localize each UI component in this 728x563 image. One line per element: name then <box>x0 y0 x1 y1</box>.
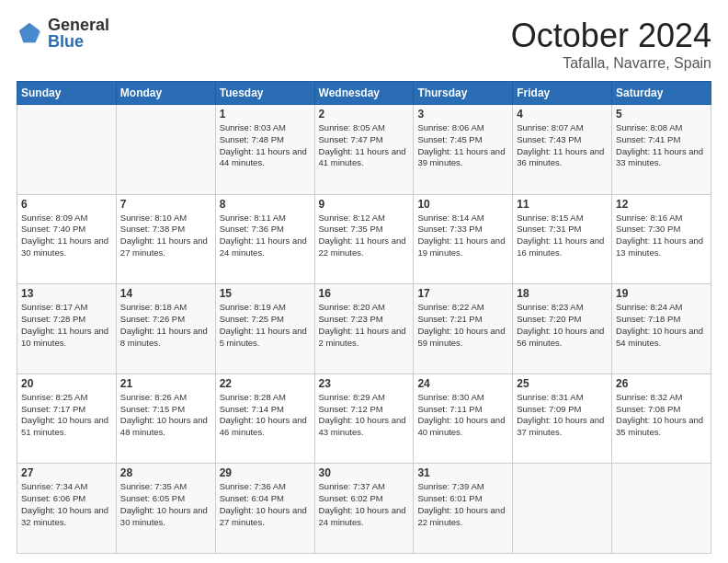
cell-info: Sunrise: 8:20 AM Sunset: 7:23 PM Dayligh… <box>319 302 410 349</box>
calendar-cell: 28Sunrise: 7:35 AM Sunset: 6:05 PM Dayli… <box>116 464 215 554</box>
cell-info: Sunrise: 8:29 AM Sunset: 7:12 PM Dayligh… <box>319 392 410 439</box>
cell-info: Sunrise: 8:31 AM Sunset: 7:09 PM Dayligh… <box>517 392 608 439</box>
calendar-cell: 18Sunrise: 8:23 AM Sunset: 7:20 PM Dayli… <box>513 284 612 374</box>
cell-info: Sunrise: 8:22 AM Sunset: 7:21 PM Dayligh… <box>417 302 508 349</box>
calendar-cell <box>612 464 711 554</box>
day-number: 5 <box>616 108 707 121</box>
col-sunday: Sunday <box>17 82 117 105</box>
calendar-week-5: 27Sunrise: 7:34 AM Sunset: 6:06 PM Dayli… <box>17 464 711 554</box>
cell-info: Sunrise: 8:10 AM Sunset: 7:38 PM Dayligh… <box>120 213 211 259</box>
calendar-cell: 31Sunrise: 7:39 AM Sunset: 6:01 PM Dayli… <box>414 464 513 554</box>
calendar-week-1: 1Sunrise: 8:03 AM Sunset: 7:48 PM Daylig… <box>17 105 711 195</box>
calendar-header-row: Sunday Monday Tuesday Wednesday Thursday… <box>17 82 711 105</box>
calendar-cell: 10Sunrise: 8:14 AM Sunset: 7:33 PM Dayli… <box>414 194 513 284</box>
cell-info: Sunrise: 8:06 AM Sunset: 7:45 PM Dayligh… <box>417 122 508 169</box>
calendar-cell: 8Sunrise: 8:11 AM Sunset: 7:36 PM Daylig… <box>215 194 314 284</box>
cell-info: Sunrise: 8:11 AM Sunset: 7:36 PM Dayligh… <box>220 213 311 259</box>
cell-info: Sunrise: 8:07 AM Sunset: 7:43 PM Dayligh… <box>517 122 608 169</box>
cell-info: Sunrise: 8:19 AM Sunset: 7:25 PM Dayligh… <box>220 302 311 349</box>
cell-info: Sunrise: 8:14 AM Sunset: 7:33 PM Dayligh… <box>417 213 508 259</box>
cell-info: Sunrise: 7:34 AM Sunset: 6:06 PM Dayligh… <box>21 481 112 528</box>
calendar-cell: 9Sunrise: 8:12 AM Sunset: 7:35 PM Daylig… <box>314 194 414 284</box>
calendar-cell <box>513 464 612 554</box>
cell-info: Sunrise: 8:17 AM Sunset: 7:28 PM Dayligh… <box>21 302 112 349</box>
cell-info: Sunrise: 8:16 AM Sunset: 7:30 PM Dayligh… <box>616 213 707 259</box>
logo-text: General Blue <box>48 17 109 50</box>
cell-info: Sunrise: 8:23 AM Sunset: 7:20 PM Dayligh… <box>517 302 608 349</box>
cell-info: Sunrise: 8:30 AM Sunset: 7:11 PM Dayligh… <box>417 392 508 439</box>
cell-info: Sunrise: 7:36 AM Sunset: 6:04 PM Dayligh… <box>220 481 311 528</box>
col-wednesday: Wednesday <box>314 82 414 105</box>
calendar-cell: 2Sunrise: 8:05 AM Sunset: 7:47 PM Daylig… <box>314 105 414 195</box>
calendar-cell: 29Sunrise: 7:36 AM Sunset: 6:04 PM Dayli… <box>215 464 314 554</box>
day-number: 21 <box>120 377 211 390</box>
day-number: 4 <box>517 108 608 121</box>
calendar-week-2: 6Sunrise: 8:09 AM Sunset: 7:40 PM Daylig… <box>17 194 711 284</box>
day-number: 3 <box>417 108 508 121</box>
cell-info: Sunrise: 7:39 AM Sunset: 6:01 PM Dayligh… <box>417 481 508 528</box>
cell-info: Sunrise: 8:05 AM Sunset: 7:47 PM Dayligh… <box>319 122 410 169</box>
day-number: 12 <box>616 198 707 211</box>
col-tuesday: Tuesday <box>215 82 314 105</box>
calendar-cell: 12Sunrise: 8:16 AM Sunset: 7:30 PM Dayli… <box>612 194 711 284</box>
cell-info: Sunrise: 8:09 AM Sunset: 7:40 PM Dayligh… <box>21 213 112 259</box>
day-number: 23 <box>319 377 410 390</box>
day-number: 25 <box>517 377 608 390</box>
calendar-cell: 7Sunrise: 8:10 AM Sunset: 7:38 PM Daylig… <box>116 194 215 284</box>
day-number: 26 <box>616 377 707 390</box>
day-number: 30 <box>319 466 410 479</box>
day-number: 16 <box>319 287 410 300</box>
day-number: 8 <box>220 198 311 211</box>
day-number: 19 <box>616 287 707 300</box>
calendar-cell: 22Sunrise: 8:28 AM Sunset: 7:14 PM Dayli… <box>215 373 314 464</box>
page: General Blue October 2024 Tafalla, Navar… <box>0 0 728 563</box>
cell-info: Sunrise: 8:26 AM Sunset: 7:15 PM Dayligh… <box>120 392 211 439</box>
calendar-cell: 1Sunrise: 8:03 AM Sunset: 7:48 PM Daylig… <box>215 105 314 195</box>
cell-info: Sunrise: 8:12 AM Sunset: 7:35 PM Dayligh… <box>319 213 410 259</box>
day-number: 13 <box>21 287 112 300</box>
col-thursday: Thursday <box>414 82 513 105</box>
calendar-cell: 19Sunrise: 8:24 AM Sunset: 7:18 PM Dayli… <box>612 284 711 374</box>
calendar-cell: 13Sunrise: 8:17 AM Sunset: 7:28 PM Dayli… <box>17 284 117 374</box>
calendar-cell: 25Sunrise: 8:31 AM Sunset: 7:09 PM Dayli… <box>513 373 612 464</box>
day-number: 2 <box>319 108 410 121</box>
calendar-cell: 3Sunrise: 8:06 AM Sunset: 7:45 PM Daylig… <box>414 105 513 195</box>
day-number: 22 <box>220 377 311 390</box>
title-area: October 2024 Tafalla, Navarre, Spain <box>511 17 711 72</box>
header: General Blue October 2024 Tafalla, Navar… <box>17 17 711 72</box>
calendar-cell <box>116 105 215 195</box>
cell-info: Sunrise: 8:25 AM Sunset: 7:17 PM Dayligh… <box>21 392 112 439</box>
svg-marker-1 <box>20 25 40 43</box>
day-number: 9 <box>319 198 410 211</box>
col-monday: Monday <box>116 82 215 105</box>
cell-info: Sunrise: 8:24 AM Sunset: 7:18 PM Dayligh… <box>616 302 707 349</box>
day-number: 6 <box>21 198 112 211</box>
calendar-cell: 6Sunrise: 8:09 AM Sunset: 7:40 PM Daylig… <box>17 194 117 284</box>
cell-info: Sunrise: 8:32 AM Sunset: 7:08 PM Dayligh… <box>616 392 707 439</box>
day-number: 7 <box>120 198 211 211</box>
calendar-cell: 30Sunrise: 7:37 AM Sunset: 6:02 PM Dayli… <box>314 464 414 554</box>
day-number: 1 <box>220 108 311 121</box>
day-number: 29 <box>220 466 311 479</box>
calendar-cell: 21Sunrise: 8:26 AM Sunset: 7:15 PM Dayli… <box>116 373 215 464</box>
calendar-week-4: 20Sunrise: 8:25 AM Sunset: 7:17 PM Dayli… <box>17 373 711 464</box>
day-number: 28 <box>120 466 211 479</box>
day-number: 20 <box>21 377 112 390</box>
calendar-cell: 14Sunrise: 8:18 AM Sunset: 7:26 PM Dayli… <box>116 284 215 374</box>
col-friday: Friday <box>513 82 612 105</box>
logo-blue-text: Blue <box>48 33 109 50</box>
calendar-cell: 4Sunrise: 8:07 AM Sunset: 7:43 PM Daylig… <box>513 105 612 195</box>
cell-info: Sunrise: 8:03 AM Sunset: 7:48 PM Dayligh… <box>220 122 311 169</box>
calendar-cell: 11Sunrise: 8:15 AM Sunset: 7:31 PM Dayli… <box>513 194 612 284</box>
col-saturday: Saturday <box>612 82 711 105</box>
calendar-week-3: 13Sunrise: 8:17 AM Sunset: 7:28 PM Dayli… <box>17 284 711 374</box>
calendar-cell: 26Sunrise: 8:32 AM Sunset: 7:08 PM Dayli… <box>612 373 711 464</box>
calendar-cell: 5Sunrise: 8:08 AM Sunset: 7:41 PM Daylig… <box>612 105 711 195</box>
cell-info: Sunrise: 8:28 AM Sunset: 7:14 PM Dayligh… <box>220 392 311 439</box>
cell-info: Sunrise: 8:08 AM Sunset: 7:41 PM Dayligh… <box>616 122 707 169</box>
calendar-cell: 16Sunrise: 8:20 AM Sunset: 7:23 PM Dayli… <box>314 284 414 374</box>
day-number: 18 <box>517 287 608 300</box>
calendar-cell <box>17 105 117 195</box>
cell-info: Sunrise: 8:15 AM Sunset: 7:31 PM Dayligh… <box>517 213 608 259</box>
day-number: 14 <box>120 287 211 300</box>
